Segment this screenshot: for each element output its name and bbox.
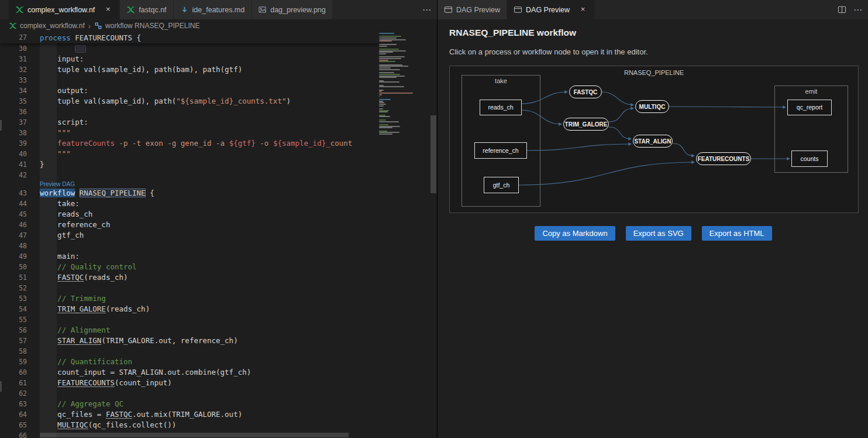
code-line[interactable]: 60 count_input = STAR_ALIGN.out.combine(… xyxy=(0,367,379,378)
code-line[interactable]: 49 main: xyxy=(0,251,379,262)
breadcrumb-symbol[interactable]: workflow RNASEQ_PIPELINE xyxy=(105,22,199,30)
editor-group: complex_workflow.nf×fastqc.nfide_feature… xyxy=(0,0,437,438)
code-line[interactable]: 30 xyxy=(0,43,379,54)
breadcrumb-chevron-icon: › xyxy=(88,22,91,30)
code-line[interactable]: 55 xyxy=(0,314,379,325)
codelens-preview-dag[interactable]: Preview DAG xyxy=(40,180,379,188)
code-line[interactable]: 38 """ xyxy=(0,128,379,138)
line-text: } xyxy=(40,159,44,170)
node-gtf-ch[interactable]: gtf_ch xyxy=(484,177,519,193)
code-line[interactable]: 58 xyxy=(0,346,379,357)
line-text: // Quality control xyxy=(40,262,137,272)
code-line[interactable]: 62 xyxy=(0,388,379,399)
code-line[interactable]: 45 reads_ch xyxy=(0,209,379,220)
cluster-label: emit xyxy=(775,88,848,95)
preview-icon xyxy=(514,5,522,14)
code-line[interactable]: 32 tuple val(sample_id), path(bam), path… xyxy=(0,64,379,75)
code-line[interactable]: 66 xyxy=(0,430,379,438)
code-line[interactable]: 36 xyxy=(0,107,379,117)
tab-dag-preview-png[interactable]: dag_preview.png xyxy=(252,0,333,19)
preview-actions: Copy as MarkdownExport as SVGExport as H… xyxy=(449,226,857,241)
line-number: 37 xyxy=(0,117,27,128)
tab-fastqc-nf[interactable]: fastqc.nf xyxy=(120,0,173,19)
node-reads-ch[interactable]: reads_ch xyxy=(480,100,522,115)
more-tabs-icon[interactable]: ⋯ xyxy=(422,5,431,15)
node-qc-report[interactable]: qc_report xyxy=(787,100,832,115)
code-line[interactable]: 47 gtf_ch xyxy=(0,230,379,241)
line-text: TRIM_GALORE(reads_ch) xyxy=(40,304,150,314)
code-line[interactable]: 57 STAR_ALIGN(TRIM_GALORE.out, reference… xyxy=(0,336,379,346)
line-text: process FEATURECOUNTS { xyxy=(40,32,141,43)
breadcrumb-file[interactable]: complex_workflow.nf xyxy=(20,22,85,30)
nextflow-icon xyxy=(126,5,135,14)
line-number: 52 xyxy=(0,283,27,293)
node-reference-ch[interactable]: reference_ch xyxy=(474,142,527,159)
node-counts[interactable]: counts xyxy=(791,150,828,167)
code-line[interactable]: 63 // Aggregate QC xyxy=(0,399,379,409)
code-line[interactable]: 50 // Quality control xyxy=(0,262,379,272)
line-number: 44 xyxy=(0,199,27,209)
line-number: 50 xyxy=(0,262,27,272)
vertical-scrollbar[interactable] xyxy=(430,115,436,193)
code-line[interactable]: 59 // Quantification xyxy=(0,357,379,367)
code-line[interactable]: 56 // Alignment xyxy=(0,325,379,336)
code-line[interactable]: 54 TRIM_GALORE(reads_ch) xyxy=(0,304,379,314)
code-line[interactable]: 37 script: xyxy=(0,117,379,128)
code-line[interactable]: 64 qc_files = FASTQC.out.mix(TRIM_GALORE… xyxy=(0,409,379,420)
code-line[interactable]: 34 output: xyxy=(0,85,379,96)
code-line[interactable]: 41} xyxy=(0,159,379,170)
sticky-line[interactable]: 27process FEATURECOUNTS { xyxy=(0,32,379,43)
code-line[interactable]: 42 xyxy=(0,170,379,180)
code-line[interactable]: 33 xyxy=(0,75,379,85)
line-number: 47 xyxy=(0,230,27,241)
code-line[interactable]: 40 """ xyxy=(0,149,379,159)
line-number: 38 xyxy=(0,128,27,138)
node-fastqc[interactable]: FASTQC xyxy=(569,85,602,98)
line-number: 35 xyxy=(0,96,27,107)
tab-label: ide_features.md xyxy=(192,6,245,14)
code-line[interactable]: 53 // Trimming xyxy=(0,293,379,304)
code-line[interactable]: 46 reference_ch xyxy=(0,220,379,230)
tab-dag-preview[interactable]: DAG Preview xyxy=(438,0,507,19)
code-editor[interactable]: 3031 input:32 tuple val(sample_id), path… xyxy=(0,32,437,438)
split-editor-icon[interactable] xyxy=(838,5,846,14)
node-trim-galore[interactable]: TRIM_GALORE xyxy=(563,118,609,131)
node-star-align[interactable]: STAR_ALIGN xyxy=(633,135,673,148)
export-as-html-button[interactable]: Export as HTML xyxy=(702,226,772,241)
line-number: 43 xyxy=(0,188,27,199)
line-number: 58 xyxy=(0,346,27,357)
line-number: 36 xyxy=(0,107,27,117)
tab-label: dag_preview.png xyxy=(270,6,326,14)
code-line[interactable]: 39 featureCounts -p -t exon -g gene_id -… xyxy=(0,138,379,149)
tab-dag-preview[interactable]: DAG Preview× xyxy=(507,0,595,19)
code-line[interactable]: 65 MULTIQC(qc_files.collect()) xyxy=(0,420,379,430)
close-tab-icon[interactable]: × xyxy=(103,5,113,15)
tab-complex-workflow-nf[interactable]: complex_workflow.nf× xyxy=(9,0,120,19)
sticky-scroll[interactable]: 27process FEATURECOUNTS { xyxy=(0,32,379,43)
code-line[interactable]: 43workflow RNASEQ_PIPELINE { xyxy=(0,188,379,199)
code-line[interactable]: 51 FASTQC(reads_ch) xyxy=(0,272,379,283)
code-line[interactable]: 44 take: xyxy=(0,199,379,209)
node-featurecounts[interactable]: FEATURECOUNTS xyxy=(696,152,751,165)
line-number: 51 xyxy=(0,272,27,283)
line-number: 65 xyxy=(0,420,27,430)
code-line[interactable]: 61 FEATURECOUNTS(count_input) xyxy=(0,378,379,388)
node-multiqc[interactable]: MULTIQC xyxy=(635,100,669,113)
line-number: 30 xyxy=(0,43,27,54)
line-number: 46 xyxy=(0,220,27,230)
line-number: 41 xyxy=(0,159,27,170)
editor-tabbar-actions: ⋯ xyxy=(416,0,437,19)
export-as-svg-button[interactable]: Export as SVG xyxy=(626,226,691,241)
copy-as-markdown-button[interactable]: Copy as Markdown xyxy=(535,226,615,241)
code-line[interactable]: 31 input: xyxy=(0,54,379,64)
code-line[interactable]: 48 xyxy=(0,241,379,251)
line-text: take: xyxy=(40,199,80,209)
minimap[interactable] xyxy=(379,33,430,438)
line-number: 56 xyxy=(0,325,27,336)
code-line[interactable]: 52 xyxy=(0,283,379,293)
close-tab-icon[interactable]: × xyxy=(578,5,588,15)
tab-ide-features-md[interactable]: ide_features.md xyxy=(174,0,252,19)
tab-label: DAG Preview xyxy=(526,6,570,14)
more-actions-icon[interactable]: ⋯ xyxy=(853,5,862,15)
code-line[interactable]: 35 tuple val(sample_id), path("${sample_… xyxy=(0,96,379,107)
